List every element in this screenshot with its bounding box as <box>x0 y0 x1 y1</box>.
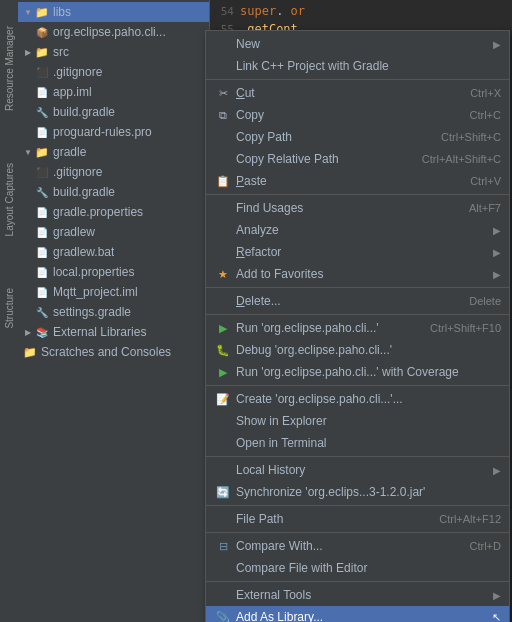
menu-item-compare-with[interactable]: ⊟ Compare With... Ctrl+D <box>206 535 509 557</box>
menu-label-external-tools: External Tools <box>236 588 489 602</box>
tree-item-settings-gradle[interactable]: 🔧 settings.gradle <box>18 302 209 322</box>
sep-4 <box>206 314 509 315</box>
create-icon: 📝 <box>214 390 232 408</box>
tree-label-settings-gradle: settings.gradle <box>53 305 131 319</box>
tree-label-gitignore2: .gitignore <box>53 165 102 179</box>
menu-label-filepath: File Path <box>236 512 419 526</box>
menu-item-create[interactable]: 📝 Create 'org.eclipse.paho.cli...'... <box>206 388 509 410</box>
layout-captures-tab[interactable]: Layout Captures <box>2 157 17 242</box>
expand-arrow-libs: ▼ <box>22 6 34 18</box>
filepath-icon <box>214 510 232 528</box>
tree-label-gitignore1: .gitignore <box>53 65 102 79</box>
expand-arrow-gradle: ▼ <box>22 146 34 158</box>
tree-item-gradlew[interactable]: 📄 gradlew <box>18 222 209 242</box>
menu-item-synchronize[interactable]: 🔄 Synchronize 'org.eclips...3-1.2.0.jar' <box>206 481 509 503</box>
menu-item-local-history[interactable]: Local History ▶ <box>206 459 509 481</box>
terminal-icon <box>214 434 232 452</box>
menu-label-new: New <box>236 37 489 51</box>
tree-item-gradlew-bat[interactable]: 📄 gradlew.bat <box>18 242 209 262</box>
tree-label-scratches: Scratches and Consoles <box>41 345 171 359</box>
menu-item-refactor[interactable]: Refactor ▶ <box>206 241 509 263</box>
cut-shortcut: Ctrl+X <box>470 87 501 99</box>
refactor-icon <box>214 243 232 261</box>
menu-label-sync: Synchronize 'org.eclips...3-1.2.0.jar' <box>236 485 501 499</box>
file-icon-gradle-props: 📄 <box>34 204 50 220</box>
menu-item-link-cpp[interactable]: Link C++ Project with Gradle <box>206 55 509 77</box>
menu-item-analyze[interactable]: Analyze ▶ <box>206 219 509 241</box>
tree-item-build-gradle[interactable]: 🔧 build.gradle <box>18 102 209 122</box>
menu-label-favorites: Add to Favorites <box>236 267 489 281</box>
menu-item-delete[interactable]: Delete... Delete <box>206 290 509 312</box>
favorites-arrow: ▶ <box>493 269 501 280</box>
delete-icon <box>214 292 232 310</box>
link-cpp-icon <box>214 57 232 75</box>
menu-item-cut[interactable]: ✂ Cut Ctrl+X <box>206 82 509 104</box>
filepath-shortcut: Ctrl+Alt+F12 <box>439 513 501 525</box>
file-icon-gradlew-bat: 📄 <box>34 244 50 260</box>
menu-item-copy-path[interactable]: Copy Path Ctrl+Shift+C <box>206 126 509 148</box>
menu-item-compare-editor[interactable]: Compare File with Editor <box>206 557 509 579</box>
tree-label-mqtt-iml: Mqtt_project.iml <box>53 285 138 299</box>
code-text-54: super. or <box>240 4 305 18</box>
copy-rel-shortcut: Ctrl+Alt+Shift+C <box>422 153 501 165</box>
tree-item-org-eclipse[interactable]: 📦 org.eclipse.paho.cli... <box>18 22 209 42</box>
context-menu: New ▶ Link C++ Project with Gradle ✂ Cut… <box>205 30 510 622</box>
find-icon <box>214 199 232 217</box>
sidebar: Resource Manager Layout Captures Structu… <box>0 0 210 622</box>
menu-item-add-favorites[interactable]: ★ Add to Favorites ▶ <box>206 263 509 285</box>
git-icon-1: ⬛ <box>34 64 50 80</box>
menu-item-copy-rel-path[interactable]: Copy Relative Path Ctrl+Alt+Shift+C <box>206 148 509 170</box>
menu-item-add-library[interactable]: 📎 Add As Library... ↖ <box>206 606 509 622</box>
menu-item-new[interactable]: New ▶ <box>206 33 509 55</box>
sep-7 <box>206 505 509 506</box>
tree-item-build-gradle2[interactable]: 🔧 build.gradle <box>18 182 209 202</box>
sep-5 <box>206 385 509 386</box>
menu-label-history: Local History <box>236 463 489 477</box>
main-container: Resource Manager Layout Captures Structu… <box>0 0 512 622</box>
file-icon-app-iml: 📄 <box>34 84 50 100</box>
tree-item-gitignore1[interactable]: ⬛ .gitignore <box>18 62 209 82</box>
menu-item-copy[interactable]: ⧉ Copy Ctrl+C <box>206 104 509 126</box>
menu-item-find-usages[interactable]: Find Usages Alt+F7 <box>206 197 509 219</box>
menu-item-run-coverage[interactable]: ▶ Run 'org.eclipse.paho.cli...' with Cov… <box>206 361 509 383</box>
git-icon-2: ⬛ <box>34 164 50 180</box>
tree-item-proguard[interactable]: 📄 proguard-rules.pro <box>18 122 209 142</box>
tree-item-mqtt-iml[interactable]: 📄 Mqtt_project.iml <box>18 282 209 302</box>
structure-tab[interactable]: Structure <box>2 282 17 335</box>
menu-item-show-explorer[interactable]: Show in Explorer <box>206 410 509 432</box>
tree-item-scratches[interactable]: 📁 Scratches and Consoles <box>18 342 209 362</box>
file-icon-mqtt: 📄 <box>34 284 50 300</box>
menu-item-paste[interactable]: 📋 Paste Ctrl+V <box>206 170 509 192</box>
star-icon: ★ <box>214 265 232 283</box>
menu-item-run[interactable]: ▶ Run 'org.eclipse.paho.cli...' Ctrl+Shi… <box>206 317 509 339</box>
scissors-icon: ✂ <box>214 84 232 102</box>
tree-item-src[interactable]: ▶ 📁 src <box>18 42 209 62</box>
paste-icon: 📋 <box>214 172 232 190</box>
paste-shortcut: Ctrl+V <box>470 175 501 187</box>
resource-manager-tab[interactable]: Resource Manager <box>2 20 17 117</box>
menu-item-open-terminal[interactable]: Open in Terminal <box>206 432 509 454</box>
tree-item-gitignore2[interactable]: ⬛ .gitignore <box>18 162 209 182</box>
menu-label-show-explorer: Show in Explorer <box>236 414 501 428</box>
delete-shortcut: Delete <box>469 295 501 307</box>
menu-label-compare: Compare With... <box>236 539 450 553</box>
tree-item-gradle-props[interactable]: 📄 gradle.properties <box>18 202 209 222</box>
menu-label-run: Run 'org.eclipse.paho.cli...' <box>236 321 410 335</box>
tree-item-gradle[interactable]: ▼ 📁 gradle <box>18 142 209 162</box>
analyze-arrow: ▶ <box>493 225 501 236</box>
tree-label-gradlew-bat: gradlew.bat <box>53 245 114 259</box>
run-shortcut: Ctrl+Shift+F10 <box>430 322 501 334</box>
folder-icon-scratches: 📁 <box>22 344 38 360</box>
tree-item-ext-libs[interactable]: ▶ 📚 External Libraries <box>18 322 209 342</box>
menu-item-debug[interactable]: 🐛 Debug 'org.eclipse.paho.cli...' <box>206 339 509 361</box>
tree-item-app-iml[interactable]: 📄 app.iml <box>18 82 209 102</box>
menu-label-coverage: Run 'org.eclipse.paho.cli...' with Cover… <box>236 365 501 379</box>
menu-item-external-tools[interactable]: External Tools ▶ <box>206 584 509 606</box>
expand-arrow-ext: ▶ <box>22 326 34 338</box>
menu-label-copy-path: Copy Path <box>236 130 421 144</box>
tree-item-libs[interactable]: ▼ 📁 libs <box>18 2 209 22</box>
tree-label-app-iml: app.iml <box>53 85 92 99</box>
menu-label-delete: Delete... <box>236 294 449 308</box>
menu-item-file-path[interactable]: File Path Ctrl+Alt+F12 <box>206 508 509 530</box>
tree-item-local-props[interactable]: 📄 local.properties <box>18 262 209 282</box>
